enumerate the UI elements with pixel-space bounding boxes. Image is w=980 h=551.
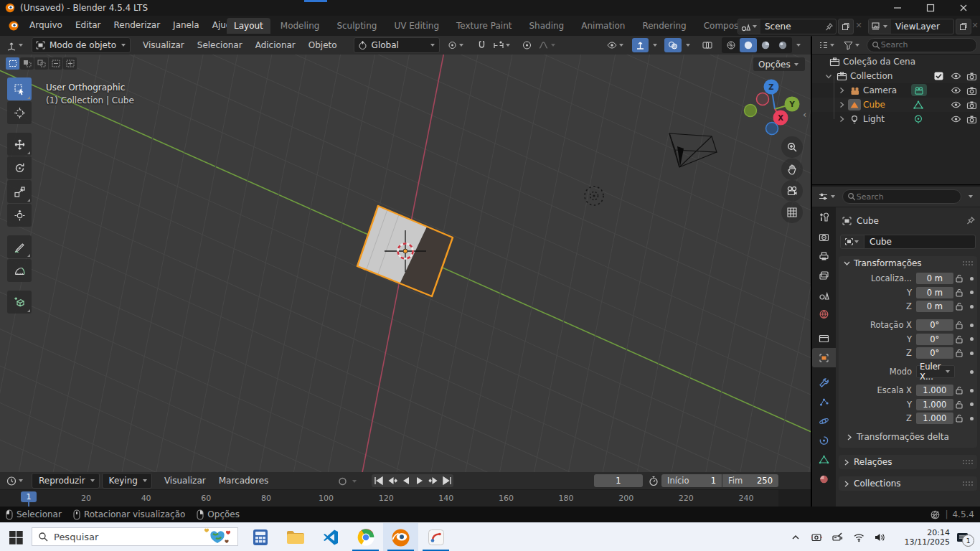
orientation-dropdown[interactable]: Global bbox=[354, 37, 440, 53]
tab-modeling[interactable]: Modeling bbox=[273, 18, 327, 34]
timeline-markers-menu[interactable]: Marcadores bbox=[212, 471, 275, 490]
animate-decorator-dot[interactable] bbox=[966, 389, 977, 392]
taskbar-app-screen-recorder[interactable] bbox=[418, 523, 453, 551]
transform-value-field[interactable]: 1.000 bbox=[916, 413, 953, 424]
proportional-edit-toggle[interactable] bbox=[519, 38, 535, 52]
transform-value-field[interactable]: 0 m bbox=[916, 301, 953, 312]
viewlayer-icon[interactable] bbox=[869, 19, 891, 34]
properties-options-button[interactable] bbox=[964, 189, 977, 204]
playhead-frame-badge[interactable]: 1 bbox=[21, 491, 37, 502]
tray-chevron-up-icon[interactable] bbox=[790, 532, 801, 543]
timeline-ruler[interactable]: 20406080100120140160180200220240 1 bbox=[0, 490, 811, 507]
next-keyframe-button[interactable] bbox=[426, 474, 440, 487]
lock-icon[interactable] bbox=[953, 349, 966, 357]
tab-shading[interactable]: Shading bbox=[522, 18, 571, 34]
overlays-dropdown[interactable] bbox=[682, 38, 694, 52]
outliner-item-light[interactable]: Light bbox=[812, 112, 980, 126]
animate-decorator-dot[interactable] bbox=[966, 277, 977, 281]
transform-value-field[interactable]: 0° bbox=[916, 347, 953, 359]
notification-center[interactable]: 1 bbox=[956, 531, 970, 544]
maximize-button[interactable] bbox=[914, 0, 947, 16]
frame-end-field[interactable]: Fim250 bbox=[722, 474, 778, 487]
animate-decorator-dot[interactable] bbox=[966, 324, 977, 327]
scene-name[interactable]: Scene bbox=[760, 22, 824, 32]
properties-tab-output[interactable] bbox=[812, 246, 836, 265]
drag-dots-icon[interactable] bbox=[962, 459, 973, 465]
viewlayer-selector[interactable]: ViewLayer bbox=[868, 19, 954, 34]
xray-toggle[interactable] bbox=[699, 38, 716, 52]
collection-checkbox[interactable] bbox=[931, 69, 946, 83]
collapse-chevron-icon[interactable] bbox=[835, 87, 848, 94]
lock-icon[interactable] bbox=[953, 321, 966, 329]
tab-animation[interactable]: Animation bbox=[574, 18, 632, 34]
shading-material-button[interactable] bbox=[757, 38, 774, 52]
shading-solid-button[interactable] bbox=[740, 38, 757, 52]
lock-icon[interactable] bbox=[953, 386, 966, 395]
properties-tab-physics[interactable] bbox=[812, 411, 836, 430]
tray-pen-battery-icon[interactable] bbox=[831, 532, 844, 543]
properties-tab-object-data[interactable] bbox=[812, 450, 836, 469]
outliner-search-input[interactable] bbox=[880, 39, 972, 50]
animate-decorator-dot[interactable] bbox=[966, 352, 977, 355]
tab-rendering[interactable]: Rendering bbox=[635, 18, 693, 34]
minimize-button[interactable] bbox=[881, 0, 914, 16]
viewport-3d[interactable]: User Orthographic (1) Collection | Cube … bbox=[0, 55, 811, 472]
timeline-view-menu[interactable]: Visualizar bbox=[158, 471, 212, 490]
relations-panel[interactable]: Relações bbox=[839, 455, 977, 469]
properties-editor-button[interactable] bbox=[815, 189, 839, 204]
tool-add-cube[interactable] bbox=[7, 291, 32, 314]
tool-select-box[interactable] bbox=[7, 77, 32, 100]
properties-tab-view-layer[interactable] bbox=[812, 265, 836, 285]
outliner-filter-button[interactable] bbox=[840, 38, 864, 52]
jump-to-start-button[interactable] bbox=[372, 474, 385, 487]
select-mode-new-button[interactable] bbox=[6, 57, 19, 70]
render-visibility-icon[interactable] bbox=[964, 69, 979, 83]
viewlayer-name[interactable]: ViewLayer bbox=[891, 22, 953, 32]
viewport-menu-adicionar[interactable]: Adicionar bbox=[249, 36, 302, 55]
outliner-item-camera[interactable]: Camera bbox=[812, 83, 980, 98]
visibility-eye-icon[interactable] bbox=[948, 83, 963, 98]
viewlayer-copy-button[interactable] bbox=[956, 19, 971, 34]
pin-icon[interactable] bbox=[966, 216, 976, 226]
scene-selector[interactable]: Scene bbox=[738, 19, 837, 34]
transform-value-field[interactable]: 0 m bbox=[916, 287, 953, 298]
visibility-eye-icon[interactable] bbox=[948, 98, 963, 112]
menu-editar[interactable]: Editar bbox=[69, 16, 108, 34]
viewport-menu-objeto[interactable]: Objeto bbox=[302, 36, 344, 55]
visibility-eye-icon[interactable] bbox=[948, 112, 963, 126]
gizmo-minus-x[interactable] bbox=[757, 93, 769, 105]
tool-scale[interactable] bbox=[7, 180, 32, 203]
animate-decorator-dot[interactable] bbox=[967, 370, 977, 374]
timeline-editor-button[interactable] bbox=[3, 474, 27, 488]
gizmos-dropdown[interactable] bbox=[649, 38, 661, 52]
lock-icon[interactable] bbox=[953, 414, 966, 423]
tool-move[interactable] bbox=[7, 133, 32, 156]
navigation-gizmo[interactable]: Z Y X bbox=[740, 77, 806, 141]
outliner-item-label[interactable]: Light bbox=[863, 114, 885, 124]
overlays-toggle[interactable] bbox=[664, 38, 682, 52]
object-type-icon[interactable] bbox=[840, 235, 864, 249]
viewport-menu-selecionar[interactable]: Selecionar bbox=[191, 36, 249, 55]
outliner-search[interactable] bbox=[867, 38, 977, 52]
object-name-input[interactable]: Cube bbox=[864, 235, 976, 249]
select-mode-extend-button[interactable] bbox=[20, 57, 34, 70]
zoom-button[interactable] bbox=[781, 136, 803, 158]
scene-icon[interactable] bbox=[738, 19, 760, 34]
scene-copy-button[interactable] bbox=[838, 19, 854, 34]
start-button[interactable] bbox=[9, 531, 23, 545]
tray-clock[interactable]: 20:14 13/11/2025 bbox=[897, 528, 950, 547]
render-visibility-icon[interactable] bbox=[964, 112, 979, 126]
taskbar-app-calculator[interactable] bbox=[242, 523, 278, 551]
taskbar-app-chrome[interactable] bbox=[348, 523, 383, 551]
gizmo-minus-y[interactable] bbox=[745, 105, 757, 117]
pan-button[interactable] bbox=[781, 159, 803, 180]
lock-icon[interactable] bbox=[953, 335, 966, 344]
animate-decorator-dot[interactable] bbox=[966, 291, 977, 294]
outliner-root-row[interactable]: Coleção da Cena bbox=[812, 55, 980, 69]
outliner-item-collection[interactable]: Collection bbox=[812, 69, 980, 83]
viewport-menu-visualizar[interactable]: Visualizar bbox=[136, 36, 191, 55]
gizmos-toggle[interactable] bbox=[632, 38, 649, 52]
tray-capture-icon[interactable] bbox=[811, 532, 823, 543]
select-mode-invert-button[interactable] bbox=[49, 57, 62, 70]
breadcrumb-object-name[interactable]: Cube bbox=[857, 216, 879, 226]
